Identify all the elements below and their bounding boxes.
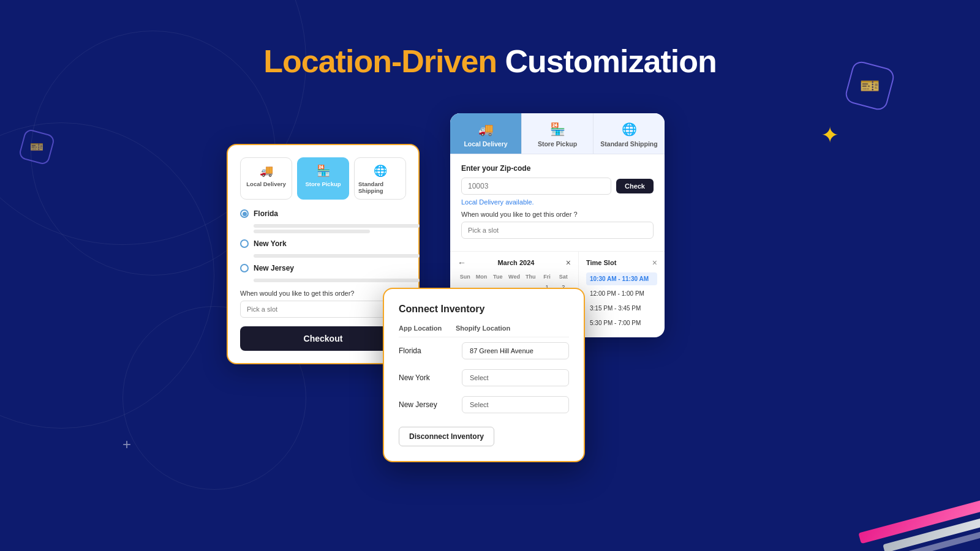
calendar-header: ← March 2024 × [458, 258, 571, 268]
inv-shopify-new-york-btn[interactable]: Select [462, 369, 569, 386]
inventory-row-florida: Florida 87 Green Hill Avenue [399, 337, 569, 365]
slot-input-right[interactable] [461, 222, 654, 239]
calendar-month-label: March 2024 [497, 259, 534, 266]
bg-arc-4 [0, 122, 214, 429]
when-order-label-right: When would you like to get this order ? [461, 211, 654, 218]
inventory-row-new-york: New York Select [399, 364, 569, 391]
radio-item-new-york[interactable]: New York [240, 239, 406, 248]
cal-header-wed: Wed [507, 272, 522, 281]
tab-store-pickup-right[interactable]: 🏪 Store Pickup [522, 113, 594, 154]
title-white-part: Customization [505, 43, 717, 79]
timeslot-option-3[interactable]: 3:15 PM - 3:45 PM [586, 302, 657, 315]
standard-shipping-tab-icon: 🌐 [622, 122, 637, 137]
inventory-title: Connect Inventory [399, 304, 569, 315]
inv-shopify-florida-btn[interactable]: 87 Green Hill Avenue [462, 342, 569, 359]
standard-shipping-label: Standard Shipping [358, 181, 402, 194]
zip-label: Enter your Zip-code [461, 164, 654, 173]
tab-row-left: 🚚 Local Delivery 🏪 Store Pickup 🌐 Standa… [240, 157, 406, 200]
inv-shopify-new-jersey-btn[interactable]: Select [462, 396, 569, 413]
zip-row: Check [461, 178, 654, 195]
radio-item-new-jersey[interactable]: New Jersey [240, 264, 406, 272]
cross-icon: + [123, 436, 131, 453]
delivery-available-text: Local Delivery available. [461, 198, 654, 206]
top-right-badge [845, 61, 894, 110]
star-icon: ✦ [821, 122, 839, 148]
check-button[interactable]: Check [616, 179, 654, 193]
timeslot-title: Time Slot [586, 259, 616, 266]
inv-shopify-new-jersey: Select [456, 391, 569, 418]
tab-store-pickup-left[interactable]: 🏪 Store Pickup [297, 157, 349, 200]
title-orange-part: Location-Driven [263, 43, 497, 79]
page-title: Location-Driven Customization [263, 43, 717, 80]
stripe-decoration [845, 478, 980, 551]
tab-standard-shipping-right[interactable]: 🌐 Standard Shipping [594, 113, 665, 154]
radio-circle-new-jersey [240, 264, 249, 272]
standard-shipping-tab-label: Standard Shipping [600, 140, 657, 148]
timeslot-option-4[interactable]: 5:30 PM - 7:00 PM [586, 317, 657, 329]
store-pickup-tab-icon: 🏪 [550, 122, 565, 137]
cal-header-sun: Sun [458, 272, 473, 281]
zip-input[interactable] [461, 178, 611, 195]
cal-header-sat: Sat [556, 272, 571, 281]
calendar-prev-btn[interactable]: ← [458, 258, 466, 268]
delivery-tabs-right: 🚚 Local Delivery 🏪 Store Pickup 🌐 Standa… [450, 113, 665, 154]
radio-label-florida: Florida [254, 209, 278, 218]
timeslot-option-1[interactable]: 10:30 AM - 11:30 AM [586, 272, 657, 285]
top-left-badge [18, 129, 55, 165]
calendar-close-btn[interactable]: × [566, 258, 571, 268]
connect-inventory-card: Connect Inventory App Location Shopify L… [383, 288, 585, 462]
col-shopify-location: Shopify Location [456, 324, 569, 337]
store-pickup-label: Store Pickup [305, 181, 341, 187]
inventory-table: App Location Shopify Location Florida 87… [399, 324, 569, 418]
inv-app-new-york: New York [399, 364, 456, 391]
local-delivery-tab-icon: 🚚 [478, 122, 494, 137]
radio-label-new-york: New York [254, 239, 287, 248]
tab-standard-shipping-left[interactable]: 🌐 Standard Shipping [354, 157, 406, 200]
badge-shape-large [843, 59, 896, 112]
radio-circle-new-york [240, 239, 249, 248]
radio-sub-newyork [254, 254, 420, 258]
local-delivery-icon: 🚚 [260, 164, 273, 178]
timeslot-option-2[interactable]: 12:00 PM - 1:00 PM [586, 287, 657, 300]
badge-shape-small [18, 128, 55, 165]
store-pickup-tab-label: Store Pickup [538, 140, 577, 148]
cal-header-thu: Thu [523, 272, 538, 281]
inv-shopify-new-york: Select [456, 364, 569, 391]
checkout-button[interactable]: Checkout [240, 326, 406, 351]
inv-app-florida: Florida [399, 337, 456, 365]
tab-local-delivery-right[interactable]: 🚚 Local Delivery [450, 113, 522, 154]
timeslot-close-btn[interactable]: × [652, 258, 657, 268]
timeslot-header: Time Slot × [586, 258, 657, 268]
radio-item-florida[interactable]: Florida [240, 209, 406, 218]
inventory-row-new-jersey: New Jersey Select [399, 391, 569, 418]
store-pickup-icon: 🏪 [317, 164, 330, 178]
inv-app-new-jersey: New Jersey [399, 391, 456, 418]
cal-header-mon: Mon [474, 272, 489, 281]
pick-slot-input-left[interactable] [240, 301, 406, 318]
zip-section: Enter your Zip-code Check Local Delivery… [450, 154, 665, 246]
timeslot-panel: Time Slot × 10:30 AM - 11:30 AM 12:00 PM… [579, 252, 665, 337]
location-radio-group: Florida New York New Jersey [240, 209, 406, 282]
col-app-location: App Location [399, 324, 456, 337]
local-delivery-tab-label: Local Delivery [464, 140, 507, 148]
radio-sub-newjersey [254, 279, 420, 282]
local-delivery-label: Local Delivery [246, 181, 285, 187]
radio-sub-florida-2 [254, 230, 370, 233]
cal-header-fri: Fri [540, 272, 555, 281]
standard-shipping-icon: 🌐 [374, 164, 387, 178]
inv-shopify-florida: 87 Green Hill Avenue [456, 337, 569, 365]
when-order-label-left: When would you like to get this order? [240, 290, 406, 297]
tab-local-delivery-left[interactable]: 🚚 Local Delivery [240, 157, 292, 200]
cal-header-tue: Tue [490, 272, 505, 281]
radio-circle-florida [240, 209, 249, 218]
inventory-table-header-row: App Location Shopify Location [399, 324, 569, 337]
radio-sub-florida-1 [254, 224, 420, 228]
disconnect-inventory-button[interactable]: Disconnect Inventory [399, 427, 494, 446]
radio-label-new-jersey: New Jersey [254, 264, 294, 272]
